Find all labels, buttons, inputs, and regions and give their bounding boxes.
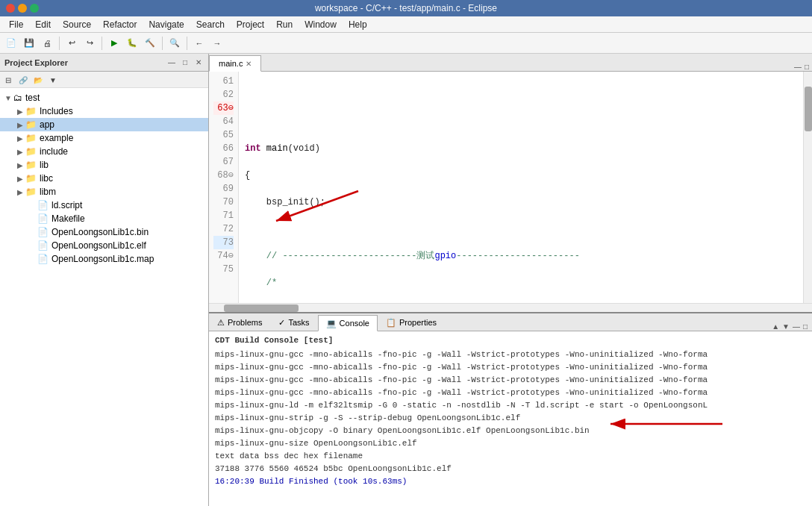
- editor-container: main.c ✕ — □ 61 62 63⊖ 64 65 66 67: [209, 54, 812, 506]
- editor-scrollbar[interactable]: [803, 72, 812, 303]
- tree-item-test[interactable]: ▼ 🗂 test: [0, 91, 208, 104]
- minimize-panel-icon[interactable]: —: [166, 57, 177, 68]
- properties-icon: 📋: [386, 318, 396, 328]
- tab-properties[interactable]: 📋 Properties: [378, 314, 445, 331]
- tree-label-includes: Includes: [40, 106, 73, 116]
- run-button[interactable]: ▶: [106, 35, 122, 51]
- toggle-libc[interactable]: ▶: [15, 175, 25, 183]
- tree-item-app[interactable]: ▶ 📁 app: [0, 118, 208, 131]
- tree-item-example[interactable]: ▶ 📁 example: [0, 131, 208, 145]
- code-line-62: [245, 115, 797, 128]
- tree-item-lib1c-elf[interactable]: ▶ 📄 OpenLoongsonLib1c.elf: [0, 239, 208, 252]
- tab-main-c-label: main.c: [219, 59, 243, 68]
- save-button[interactable]: 💾: [21, 35, 37, 51]
- scrollbar-thumb[interactable]: [805, 87, 812, 131]
- forward-button[interactable]: →: [209, 35, 225, 51]
- project-icon: 🗂: [13, 93, 22, 103]
- code-content[interactable]: int main(void) { bsp_init(); // --------…: [239, 72, 803, 303]
- close-panel-icon[interactable]: ✕: [193, 57, 204, 68]
- menu-bar: File Edit Source Refactor Navigate Searc…: [0, 16, 812, 33]
- file-lib1c-map-icon: 📄: [37, 254, 49, 264]
- tab-close-icon[interactable]: ✕: [246, 60, 252, 68]
- tree-item-include[interactable]: ▶ 📁 include: [0, 145, 208, 158]
- tree-item-lib[interactable]: ▶ 📁 lib: [0, 158, 208, 172]
- line-num-73: 73: [213, 236, 234, 249]
- back-button[interactable]: ←: [191, 35, 207, 51]
- toggle-test[interactable]: ▼: [3, 94, 13, 102]
- hscroll-track: [209, 304, 812, 312]
- toggle-includes[interactable]: ▶: [15, 107, 25, 116]
- menu-project[interactable]: Project: [231, 18, 270, 31]
- close-window-icon[interactable]: [6, 4, 15, 13]
- filter-icon[interactable]: ▼: [46, 73, 60, 87]
- max-editor-icon[interactable]: □: [805, 63, 809, 71]
- link-editor-icon[interactable]: 🔗: [16, 73, 30, 87]
- console-line-5: mips-linux-gnu-strip -g -S --strip-debug…: [215, 412, 806, 425]
- tab-tasks-label: Tasks: [288, 318, 309, 327]
- tree-label-libc: libc: [40, 173, 53, 184]
- tree-label-lib1c-bin: OpenLoongsonLib1c.bin: [51, 227, 149, 237]
- tree-item-includes[interactable]: ▶ 📁 Includes: [0, 104, 208, 118]
- maximize-window-icon[interactable]: [30, 4, 39, 13]
- new-folder-icon[interactable]: 📂: [31, 73, 45, 87]
- panel-title: Project Explorer: [4, 58, 68, 67]
- line-numbers: 61 62 63⊖ 64 65 66 67 68⊖ 69 70 71 72 73…: [209, 72, 239, 303]
- explorer-toolbar: ⊟ 🔗 📂 ▼: [0, 72, 208, 88]
- tree-item-lib1c-bin[interactable]: ▶ 📄 OpenLoongsonLib1c.bin: [0, 225, 208, 239]
- tree-item-ldscript[interactable]: ▶ 📄 ld.script: [0, 199, 208, 212]
- line-num-72: 72: [213, 222, 234, 236]
- debug-button[interactable]: 🐛: [124, 35, 140, 51]
- toggle-lib[interactable]: ▶: [15, 161, 25, 169]
- scroll-down-console-icon[interactable]: ▼: [782, 322, 790, 331]
- menu-navigate[interactable]: Navigate: [143, 18, 190, 31]
- toolbar-sep-1: [59, 37, 60, 50]
- toggle-app[interactable]: ▶: [15, 121, 25, 129]
- window-controls: [6, 4, 39, 13]
- new-button[interactable]: 📄: [3, 35, 19, 51]
- min-console-icon[interactable]: —: [793, 322, 800, 331]
- menu-window[interactable]: Window: [299, 18, 343, 31]
- tree-item-lib1c-map[interactable]: ▶ 📄 OpenLoongsonLib1c.map: [0, 252, 208, 266]
- tree-item-libm[interactable]: ▶ 📁 libm: [0, 185, 208, 199]
- menu-edit[interactable]: Edit: [29, 18, 57, 31]
- scroll-up-console-icon[interactable]: ▲: [772, 322, 779, 331]
- console-content: CDT Build Console [test] mips-linux-gnu-…: [209, 331, 812, 506]
- line-num-75: 75: [213, 263, 234, 276]
- maximize-panel-icon[interactable]: □: [180, 57, 190, 68]
- tab-tasks[interactable]: ✓ Tasks: [270, 314, 317, 331]
- tree-item-makefile[interactable]: ▶ 📄 Makefile: [0, 212, 208, 225]
- tab-main-c[interactable]: main.c ✕: [209, 55, 261, 72]
- toggle-libm[interactable]: ▶: [15, 188, 25, 196]
- print-button[interactable]: 🖨: [39, 35, 55, 51]
- console-line-3: mips-linux-gnu-gcc -mno-abicalls -fno-pi…: [215, 387, 806, 399]
- code-hscroll[interactable]: [209, 303, 812, 312]
- menu-file[interactable]: File: [3, 18, 29, 31]
- tasks-icon: ✓: [278, 318, 285, 328]
- line-num-67: 67: [213, 155, 234, 169]
- tab-properties-label: Properties: [399, 318, 437, 327]
- menu-source[interactable]: Source: [57, 18, 97, 31]
- hscroll-thumb[interactable]: [224, 304, 299, 312]
- menu-refactor[interactable]: Refactor: [97, 18, 143, 31]
- line-num-69: 69: [213, 182, 234, 196]
- menu-search[interactable]: Search: [190, 18, 231, 31]
- build-button[interactable]: 🔨: [142, 35, 158, 51]
- tab-console[interactable]: 💻 Console: [318, 315, 378, 331]
- undo-button[interactable]: ↩: [63, 35, 80, 51]
- menu-help[interactable]: Help: [343, 18, 373, 31]
- tab-problems[interactable]: ⚠ Problems: [209, 314, 270, 331]
- min-editor-icon[interactable]: —: [794, 63, 802, 71]
- max-console-icon[interactable]: □: [803, 322, 808, 331]
- minimize-window-icon[interactable]: [18, 4, 27, 13]
- console-line-4: mips-linux-gnu-ld -m elf32ltsmip -G 0 -s…: [215, 399, 806, 412]
- collapse-all-icon[interactable]: ⊟: [1, 73, 15, 87]
- tree-item-libc[interactable]: ▶ 📁 libc: [0, 172, 208, 185]
- bottom-panel: ⚠ Problems ✓ Tasks 💻 Console 📋 Propertie…: [209, 312, 812, 506]
- toggle-include[interactable]: ▶: [15, 148, 25, 156]
- file-makefile-icon: 📄: [37, 213, 49, 224]
- toggle-example[interactable]: ▶: [15, 134, 25, 143]
- line-num-68: 68⊖: [213, 169, 234, 182]
- menu-run[interactable]: Run: [270, 18, 299, 31]
- redo-button[interactable]: ↪: [81, 35, 98, 51]
- search-toolbar-button[interactable]: 🔍: [166, 35, 183, 51]
